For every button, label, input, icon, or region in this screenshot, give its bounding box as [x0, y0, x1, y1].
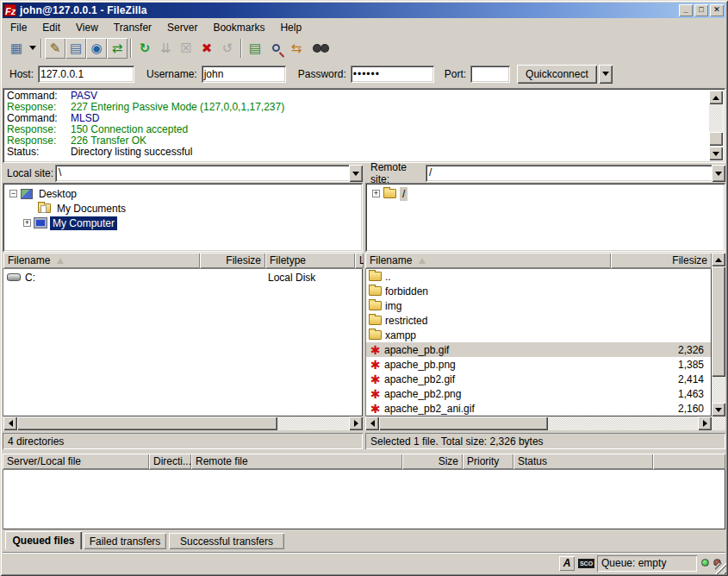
message-log-toggle-icon[interactable]: ✎	[45, 38, 65, 59]
quickconnect-button[interactable]: Quickconnect	[517, 65, 597, 84]
scroll-track[interactable]	[712, 377, 725, 403]
scroll-thumb[interactable]	[17, 416, 277, 430]
username-input[interactable]: john	[202, 66, 286, 83]
process-queue-icon[interactable]: ⇊	[155, 38, 176, 59]
remote-file-row[interactable]: ✱apache_pb2.png 1,463	[366, 386, 711, 401]
menu-server[interactable]: Server	[159, 20, 205, 35]
scroll-up-icon[interactable]	[712, 253, 725, 266]
queue-column-priority[interactable]: Priority	[463, 454, 513, 469]
tab-queued-files[interactable]: Queued files	[5, 531, 82, 549]
resize-grip[interactable]	[715, 563, 726, 574]
remote-dir-row[interactable]: forbidden	[366, 284, 711, 298]
remote-dir-row[interactable]: img	[366, 298, 711, 313]
transfer-type-indicator-icon[interactable]: A	[559, 556, 575, 571]
find-files-icon[interactable]	[265, 38, 286, 59]
my-computer-icon	[34, 218, 47, 228]
scroll-up-icon[interactable]	[709, 91, 723, 104]
message-log[interactable]: Command:PASV Response:227 Entering Passi…	[3, 88, 725, 163]
password-input[interactable]: ••••••	[351, 66, 434, 83]
scroll-thumb[interactable]	[379, 416, 548, 430]
cancel-operation-icon[interactable]: ☒	[176, 38, 196, 59]
local-site-dropdown-icon[interactable]	[349, 165, 363, 182]
local-column-filename[interactable]: Filename	[3, 253, 200, 268]
remote-dir-row[interactable]: ..	[366, 269, 711, 284]
local-column-last-modified[interactable]: L	[355, 253, 364, 268]
queue-column-server-local-file[interactable]: Server/Local file	[3, 454, 149, 469]
site-manager-dropdown-icon[interactable]	[27, 38, 38, 59]
tree-item-desktop[interactable]: − Desktop	[9, 186, 79, 201]
expand-icon[interactable]: +	[23, 219, 31, 227]
log-scrollbar[interactable]	[709, 91, 723, 160]
menu-help[interactable]: Help	[272, 20, 309, 35]
remote-file-row[interactable]: ✱apache_pb.png 1,385	[366, 357, 711, 372]
scroll-left-icon[interactable]	[365, 416, 379, 430]
menu-bookmarks[interactable]: Bookmarks	[205, 20, 272, 35]
host-input[interactable]: 127.0.0.1	[38, 66, 134, 83]
remote-site-dropdown-icon[interactable]	[712, 165, 725, 182]
minimize-button[interactable]: _	[679, 4, 693, 16]
remote-tree[interactable]: + /	[365, 183, 725, 252]
remote-file-row-selected[interactable]: ✱apache_pb.gif 2,326	[366, 342, 711, 357]
window-title: john@127.0.0.1 - FileZilla	[20, 4, 147, 16]
remote-treeview-toggle-icon[interactable]: ◉	[86, 38, 107, 59]
remote-file-row[interactable]: ✱apache_pb2_ani.gif 2,160	[366, 401, 711, 416]
port-input[interactable]	[470, 66, 510, 83]
transfer-queue-list[interactable]	[3, 469, 725, 529]
local-file-list[interactable]: C: Local Disk	[3, 268, 363, 416]
local-file-row[interactable]: C: Local Disk	[4, 270, 361, 285]
queue-column-status[interactable]: Status	[513, 454, 653, 469]
menu-file[interactable]: File	[3, 20, 34, 35]
quickconnect-dropdown-icon[interactable]	[599, 65, 613, 84]
synchronized-browsing-icon[interactable]	[307, 38, 327, 59]
remote-dir-row[interactable]: xampp	[366, 328, 711, 342]
scroll-thumb[interactable]	[709, 132, 723, 146]
filter-icon[interactable]: ▤	[245, 38, 265, 59]
maximize-button[interactable]: □	[694, 4, 708, 16]
tree-item-root[interactable]: + /	[372, 186, 408, 201]
scroll-track[interactable]	[548, 416, 698, 430]
collapse-icon[interactable]: −	[9, 190, 17, 197]
queue-column-direction[interactable]: Directi...	[149, 454, 191, 469]
remote-file-row[interactable]: ✱apache_pb2.gif 2,414	[366, 372, 711, 386]
title-bar[interactable]: Fz john@127.0.0.1 - FileZilla _ □ ✕	[3, 3, 725, 18]
refresh-icon[interactable]: ↻	[134, 38, 155, 59]
disconnect-icon[interactable]: ✖	[196, 38, 217, 59]
menu-transfer[interactable]: Transfer	[106, 20, 159, 35]
local-site-combobox[interactable]: \	[55, 165, 363, 182]
menu-view[interactable]: View	[68, 20, 106, 35]
transfer-queue-toggle-icon[interactable]: ⇄	[107, 38, 128, 59]
remote-hscrollbar[interactable]	[365, 416, 712, 430]
scroll-right-icon[interactable]	[698, 416, 712, 430]
directory-comparison-icon[interactable]: ⇆	[286, 38, 307, 59]
local-column-filetype[interactable]: Filetype	[265, 253, 355, 268]
scroll-down-icon[interactable]	[709, 147, 723, 160]
local-hscrollbar[interactable]	[3, 416, 363, 430]
scroll-down-icon[interactable]	[712, 403, 725, 416]
close-button[interactable]: ✕	[710, 4, 724, 16]
remote-vscrollbar[interactable]	[712, 253, 725, 416]
tab-successful-transfers[interactable]: Successful transfers	[169, 533, 284, 549]
local-tree[interactable]: − Desktop My Documents + My Computer	[3, 183, 363, 252]
reconnect-icon[interactable]: ↺	[217, 38, 238, 59]
scroll-track[interactable]	[709, 104, 723, 132]
remote-site-combobox[interactable]: /	[426, 165, 725, 182]
scroll-track[interactable]	[277, 416, 349, 430]
tab-failed-transfers[interactable]: Failed transfers	[84, 533, 166, 549]
drive-icon	[7, 273, 21, 281]
tree-item-my-computer[interactable]: + My Computer	[23, 216, 117, 230]
scroll-thumb[interactable]	[712, 266, 725, 377]
queue-column-remote-file[interactable]: Remote file	[191, 454, 402, 469]
remote-file-list[interactable]: .. forbidden img restricted xampp ✱apach…	[365, 268, 712, 416]
expand-icon[interactable]: +	[372, 190, 380, 197]
scroll-left-icon[interactable]	[3, 416, 17, 430]
remote-column-filename[interactable]: Filename	[365, 253, 611, 268]
menu-edit[interactable]: Edit	[34, 20, 68, 35]
local-column-filesize[interactable]: Filesize	[200, 253, 265, 268]
site-manager-icon[interactable]: ▦	[6, 38, 27, 59]
tree-item-my-documents[interactable]: My Documents	[38, 201, 128, 216]
remote-column-filesize[interactable]: Filesize	[611, 253, 712, 268]
scroll-right-icon[interactable]	[349, 416, 363, 430]
queue-column-size[interactable]: Size	[402, 454, 463, 469]
local-treeview-toggle-icon[interactable]: ▤	[65, 38, 86, 59]
remote-dir-row[interactable]: restricted	[366, 313, 711, 328]
